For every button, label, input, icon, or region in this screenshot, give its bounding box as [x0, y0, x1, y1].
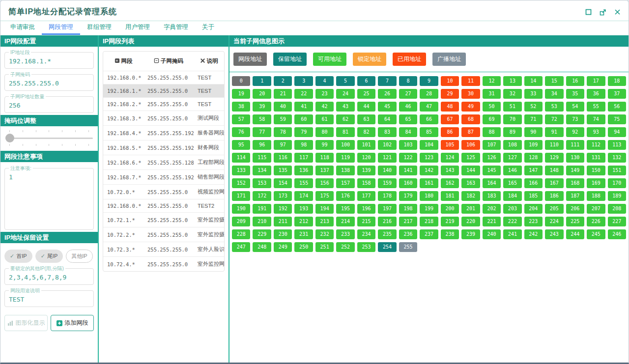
ip-cell-reserved[interactable]: 1: [253, 76, 271, 86]
ip-cell-available[interactable]: 80: [315, 127, 334, 137]
ip-cell-available[interactable]: 195: [336, 204, 354, 214]
ip-cell-available[interactable]: 249: [274, 242, 292, 252]
ip-cell-available[interactable]: 216: [378, 217, 396, 226]
ip-cell-available[interactable]: 198: [399, 204, 417, 214]
ip-cell-available[interactable]: 92: [566, 127, 584, 137]
ip-cell-available[interactable]: 165: [503, 178, 521, 188]
ip-cell-available[interactable]: 138: [336, 166, 354, 175]
ip-cell-available[interactable]: 229: [253, 229, 271, 239]
segment-row[interactable]: 192.168.0.*255.255.255.0TEST2: [103, 199, 224, 213]
ip-cell-available[interactable]: 85: [420, 127, 438, 137]
ip-cell-available[interactable]: 12: [483, 76, 501, 86]
ip-cell-available[interactable]: 245: [587, 229, 605, 239]
ip-cell-available[interactable]: 242: [524, 229, 543, 239]
ip-cell-available[interactable]: 74: [587, 114, 605, 124]
ip-cell-available[interactable]: 32: [503, 89, 521, 99]
ip-cell-used[interactable]: 49: [461, 102, 480, 112]
ip-cell-available[interactable]: 164: [483, 178, 501, 188]
ip-cell-available[interactable]: 133: [232, 166, 250, 175]
ip-cell-available[interactable]: 101: [357, 140, 375, 150]
ip-cell-available[interactable]: 252: [336, 242, 354, 252]
ip-cell-available[interactable]: 107: [483, 140, 501, 150]
ip-cell-available[interactable]: 121: [378, 153, 396, 163]
ip-cell-available[interactable]: 51: [503, 102, 521, 112]
ip-cell-used[interactable]: 29: [441, 89, 459, 99]
ip-cell-available[interactable]: 182: [461, 191, 480, 201]
ip-cell-available[interactable]: 54: [566, 102, 584, 112]
ip-cell-used[interactable]: 68: [461, 114, 480, 124]
legend-used[interactable]: 已用地址: [393, 53, 426, 66]
ip-cell-available[interactable]: 211: [274, 217, 292, 226]
ip-cell-used[interactable]: 11: [461, 76, 480, 86]
ip-cell-available[interactable]: 222: [503, 217, 521, 226]
ip-cell-available[interactable]: 218: [420, 217, 438, 226]
ip-cell-available[interactable]: 69: [483, 114, 501, 124]
ip-cell-available[interactable]: 177: [357, 191, 375, 201]
ip-cell-available[interactable]: 246: [608, 229, 626, 239]
ip-cell-available[interactable]: 197: [378, 204, 396, 214]
ip-cell-reserved[interactable]: 9: [420, 76, 438, 86]
ip-cell-available[interactable]: 228: [232, 229, 250, 239]
ip-cell-available[interactable]: 208: [608, 204, 626, 214]
ip-cell-available[interactable]: 207: [587, 204, 605, 214]
ip-cell-available[interactable]: 26: [378, 89, 396, 99]
ip-cell-available[interactable]: 90: [524, 127, 543, 137]
ip-cell-available[interactable]: 210: [253, 217, 271, 226]
ip-cell-available[interactable]: 33: [524, 89, 543, 99]
tab[interactable]: 字典管理: [157, 21, 195, 35]
legend-network[interactable]: 网段地址: [233, 53, 267, 66]
ip-cell-available[interactable]: 141: [399, 166, 417, 175]
field-value[interactable]: 1: [9, 173, 89, 226]
ip-cell-available[interactable]: 172: [253, 191, 271, 201]
ip-cell-available[interactable]: 239: [461, 229, 480, 239]
ip-cell-available[interactable]: 238: [441, 229, 459, 239]
ip-cell-available[interactable]: 98: [294, 140, 313, 150]
ip-cell-available[interactable]: 230: [274, 229, 292, 239]
ip-cell-available[interactable]: 236: [399, 229, 417, 239]
ip-cell-available[interactable]: 173: [274, 191, 292, 201]
ip-cell-available[interactable]: 66: [420, 114, 438, 124]
ip-cell-available[interactable]: 234: [357, 229, 375, 239]
ip-cell-available[interactable]: 179: [399, 191, 417, 201]
ip-cell-available[interactable]: 161: [420, 178, 438, 188]
ip-cell-network[interactable]: 0: [232, 76, 250, 86]
add-segment-button[interactable]: 添加网段: [51, 315, 94, 331]
field-value[interactable]: 255.255.255.0: [9, 80, 89, 87]
reserve-chip[interactable]: ✓首IP: [4, 250, 32, 263]
ip-cell-available[interactable]: 64: [378, 114, 396, 124]
ip-cell-available[interactable]: 103: [399, 140, 417, 150]
reserve-chip[interactable]: 其他IP: [66, 250, 92, 263]
ip-cell-available[interactable]: 128: [524, 153, 543, 163]
ip-cell-available[interactable]: 84: [399, 127, 417, 137]
segment-row[interactable]: 192.168.4.*255.255.255.192服务器网段: [103, 126, 224, 140]
ip-cell-available[interactable]: 81: [336, 127, 354, 137]
segment-row[interactable]: 10.72.1.*255.255.255.0室外监控摄像头: [103, 213, 224, 227]
ip-cell-available[interactable]: 100: [336, 140, 354, 150]
ip-cell-available[interactable]: 38: [232, 102, 250, 112]
ip-cell-available[interactable]: 111: [566, 140, 584, 150]
ip-cell-available[interactable]: 232: [315, 229, 334, 239]
maximize-icon[interactable]: [585, 9, 592, 15]
ip-cell-available[interactable]: 60: [294, 114, 313, 124]
ip-cell-available[interactable]: 14: [524, 76, 543, 86]
ip-cell-available[interactable]: 25: [357, 89, 375, 99]
tab[interactable]: 关于: [195, 21, 221, 35]
ip-cell-available[interactable]: 63: [357, 114, 375, 124]
ip-cell-available[interactable]: 58: [253, 114, 271, 124]
ip-cell-available[interactable]: 131: [587, 153, 605, 163]
ip-cell-available[interactable]: 202: [483, 204, 501, 214]
ip-cell-available[interactable]: 123: [420, 153, 438, 163]
segment-row[interactable]: 192.168.6.*255.255.255.128工程部网段: [103, 155, 224, 170]
ip-cell-available[interactable]: 115: [253, 153, 271, 163]
ip-cell-available[interactable]: 158: [357, 178, 375, 188]
ip-cell-available[interactable]: 213: [315, 217, 334, 226]
ip-cell-available[interactable]: 248: [253, 242, 271, 252]
ip-cell-available[interactable]: 244: [566, 229, 584, 239]
close-icon[interactable]: [614, 9, 621, 15]
ip-cell-available[interactable]: 190: [232, 204, 250, 214]
segment-row[interactable]: 10.72.2.*255.255.255.0室外监控摄像头网: [103, 227, 224, 242]
ip-cell-available[interactable]: 157: [336, 178, 354, 188]
ip-cell-available[interactable]: 50: [483, 102, 501, 112]
ip-cell-used[interactable]: 106: [461, 140, 480, 150]
field-value[interactable]: 2,3,4,5,6,7,8,9: [9, 274, 89, 281]
